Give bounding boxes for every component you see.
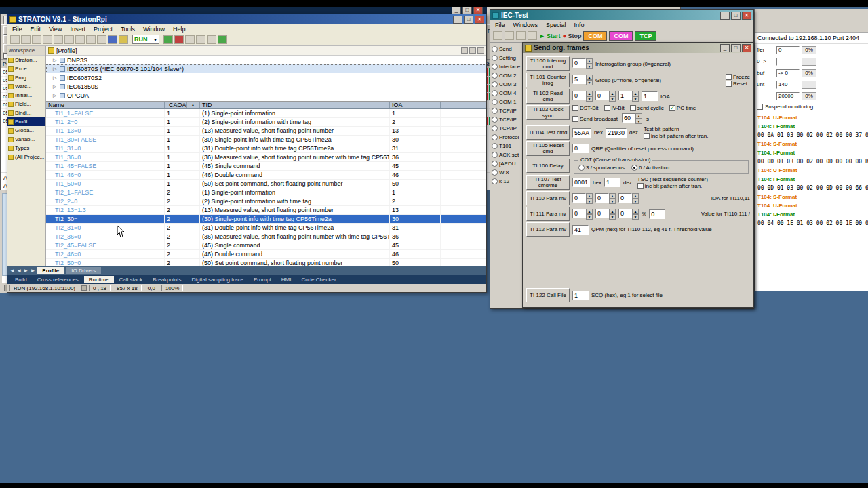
interrogation-group-spinner[interactable]: 0: [572, 58, 593, 69]
close-button[interactable]: [742, 12, 751, 20]
workspace-item[interactable]: Watc...: [7, 82, 45, 91]
spinner-arrows-icon[interactable]: [586, 75, 593, 85]
grid-row[interactable]: TI1_13=0 1 (13) Measured value, short fl…: [46, 127, 486, 136]
document-tab[interactable]: IO Drivers: [66, 267, 101, 274]
workspace-item[interactable]: Types: [7, 144, 45, 152]
test-pattern-hex-field[interactable]: 55AA: [572, 128, 591, 138]
ti105-button[interactable]: TI 105 Reset cmd: [526, 141, 570, 156]
profile-tree-item[interactable]: ▷ OPCUA: [46, 91, 486, 100]
spinner-arrows-icon[interactable]: [609, 209, 616, 220]
pin-button[interactable]: [469, 47, 476, 54]
ti100-button[interactable]: TI 100 Interrog cmd: [526, 56, 570, 71]
grid-row[interactable]: TI1_31=0 1 (31) Double-point info with t…: [46, 144, 486, 153]
copy-icon[interactable]: [64, 35, 74, 44]
profile-tree-item[interactable]: ▷ IEC60870S (*IEC 60870-5 101/104 Slave*…: [46, 64, 486, 73]
ti106-button[interactable]: TI 106 Delay: [526, 159, 570, 173]
grid-row[interactable]: TI1_36=0 1 (36) Measured value, short fl…: [46, 153, 486, 162]
para-value-field[interactable]: 0: [649, 209, 665, 219]
print-icon[interactable]: [43, 35, 52, 44]
menu-item[interactable]: Tools: [121, 26, 135, 33]
inc-pattern-checkbox[interactable]: inc bit pattern after tran.: [644, 133, 709, 139]
grid-row[interactable]: TI2_45=FALSE 2 (45) Single command 45: [46, 241, 486, 250]
grid-row[interactable]: TI2_1=FALSE 2 (1) Single-point informati…: [46, 188, 486, 197]
ti107-button[interactable]: TI 107 Test cmd/me: [526, 175, 570, 190]
menu-item[interactable]: Info: [574, 22, 585, 28]
workspace-item[interactable]: Variab...: [7, 135, 45, 144]
workspace-item[interactable]: Initial...: [7, 91, 45, 100]
chevron-right-icon[interactable]: ▷: [53, 58, 58, 63]
output-tab[interactable]: Cross references: [33, 276, 83, 283]
workspace-item[interactable]: Field...: [7, 100, 45, 108]
start-icon[interactable]: [163, 35, 173, 44]
profile-tree-item[interactable]: ▷ IEC61850S: [46, 82, 486, 91]
tsc-hex-field[interactable]: 0001: [572, 178, 590, 187]
column-tid[interactable]: TID: [200, 102, 390, 108]
start-button[interactable]: ►Start: [539, 33, 560, 39]
grid-row[interactable]: TI2_13=1.3 2 (13) Measured value, short …: [46, 206, 486, 215]
menu-item[interactable]: File: [495, 22, 505, 28]
grid-row[interactable]: TI2_30= 2 (30) Single-point info with ti…: [46, 215, 486, 224]
document-tab[interactable]: Profile: [37, 267, 64, 274]
value-field[interactable]: [776, 58, 800, 66]
save-icon[interactable]: [32, 35, 41, 44]
test-pattern-dez-field[interactable]: 21930: [606, 128, 627, 138]
new-icon[interactable]: [10, 35, 20, 44]
cut-icon[interactable]: [54, 35, 63, 44]
output-tab[interactable]: Build: [10, 276, 32, 283]
suspend-monitoring-checkbox[interactable]: Suspend monitoring: [755, 102, 868, 112]
menu-item[interactable]: Window: [143, 26, 165, 33]
frame-log[interactable]: T104: U-FormatT104: I-Format00 0A 01 03 …: [755, 112, 868, 228]
chevron-right-icon[interactable]: ▷: [53, 66, 58, 72]
cyclic-seconds-spinner[interactable]: 60: [622, 113, 642, 124]
pc-time-checkbox[interactable]: PC time: [669, 105, 696, 111]
ti103-button[interactable]: TI 103 Clock sync: [526, 105, 570, 120]
cot-spontaneous-radio[interactable]: 3 / spontaneous: [578, 165, 625, 171]
grid-row[interactable]: TI2_31=0 2 (31) Double-point info with t…: [46, 224, 486, 232]
open-icon[interactable]: [493, 31, 502, 40]
breakpoint-icon[interactable]: [196, 35, 205, 44]
spinner-arrows-icon[interactable]: [586, 209, 593, 220]
value-field[interactable]: 20000: [776, 92, 800, 100]
send-broadcast-checkbox[interactable]: Send broadcast: [572, 116, 618, 122]
zoom-level[interactable]: 100%: [161, 285, 183, 291]
workspace-item[interactable]: Globa...: [7, 126, 45, 135]
open-icon[interactable]: [21, 35, 31, 44]
dock-button[interactable]: [461, 47, 468, 54]
close-panel-button[interactable]: [477, 47, 484, 54]
iv-bit-checkbox[interactable]: IV-Bit: [604, 105, 625, 111]
menu-item[interactable]: Project: [94, 26, 113, 33]
library-icon[interactable]: [119, 35, 128, 44]
ti112-button[interactable]: TI 112 Para mv: [526, 222, 570, 237]
profile-tree-item[interactable]: ▷ IEC60870S2: [46, 73, 486, 82]
workspace-item[interactable]: Exce...: [7, 64, 45, 73]
reset-checkbox[interactable]: Reset: [726, 81, 750, 87]
ioa-spinner-2[interactable]: 0: [595, 91, 616, 102]
close-button[interactable]: [475, 16, 484, 24]
stop-icon[interactable]: [174, 35, 184, 44]
ioa-spinner-3[interactable]: 1: [618, 91, 639, 102]
spinner-arrows-icon[interactable]: [632, 209, 639, 220]
minimize-button[interactable]: [720, 12, 730, 20]
inc-pattern-checkbox[interactable]: inc bit pattern after tran.: [637, 183, 708, 189]
cot-activation-radio[interactable]: 6 / Activation: [631, 165, 669, 171]
grid-view-icon[interactable]: [108, 35, 117, 44]
freeze-checkbox[interactable]: Freeze: [726, 74, 750, 80]
output-tab[interactable]: Breakpoints: [148, 276, 186, 283]
com1-toggle[interactable]: COM: [583, 31, 607, 41]
maximize-button[interactable]: [464, 16, 473, 24]
window-layout-icon[interactable]: [528, 31, 537, 40]
output-tab[interactable]: Runtime: [84, 276, 114, 283]
iec-test-titlebar[interactable]: IEC-Test: [490, 10, 753, 20]
output-tab[interactable]: Digital sampling trace: [186, 276, 248, 283]
tcp-toggle[interactable]: TCP: [635, 31, 656, 41]
para-ioa-spinner-3[interactable]: 0: [618, 193, 639, 204]
stop-button[interactable]: ●Stop: [562, 32, 581, 39]
menu-item[interactable]: Windows: [513, 22, 538, 28]
qrp-field[interactable]: 0: [572, 144, 589, 153]
spinner-arrows-icon[interactable]: [632, 193, 639, 204]
column-ioa[interactable]: IOA: [390, 102, 441, 108]
workspace-item[interactable]: (All Projec...: [7, 152, 45, 161]
ti122-button[interactable]: TI 122 Call File: [526, 288, 570, 302]
minimize-button[interactable]: [720, 44, 730, 52]
workspace-item[interactable]: Profil: [7, 117, 45, 126]
